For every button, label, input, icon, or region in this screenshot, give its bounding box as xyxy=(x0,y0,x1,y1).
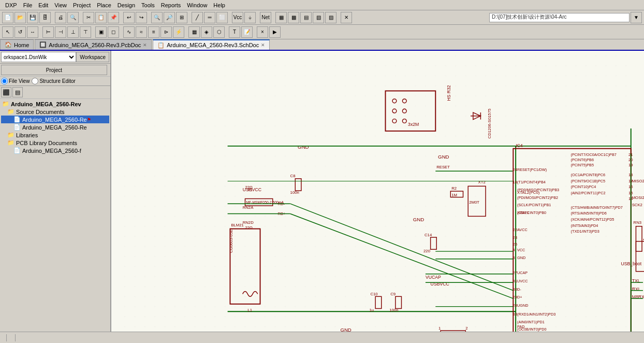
tb2-text[interactable]: T xyxy=(229,26,240,38)
tb2-align1[interactable]: ⊢ xyxy=(42,26,54,38)
tb2-arrow[interactable]: ↖ xyxy=(2,26,13,38)
svg-text:BLM21: BLM21 xyxy=(231,223,244,227)
tb-save[interactable]: 💾 xyxy=(27,12,38,23)
tb2-place-net[interactable]: ≡ xyxy=(148,26,159,38)
tb-save-all[interactable]: 🗄 xyxy=(39,12,51,23)
tree-schdoc2[interactable]: 📄 Arduino_MEGA_2560-Re xyxy=(1,123,109,131)
tb2-sel1[interactable]: ▣ xyxy=(95,26,107,38)
svg-text:R2: R2 xyxy=(451,186,457,191)
tb2-flip[interactable]: ↔ xyxy=(27,26,38,38)
svg-text:18: 18 xyxy=(513,180,517,184)
tree-schdoc1[interactable]: 📄 Arduino_MEGA_2560-Re ⚑ xyxy=(1,116,109,123)
svg-text:L1: L1 xyxy=(247,308,252,312)
svg-text:25: 25 xyxy=(513,242,517,247)
tab-home[interactable]: 🏠 Home xyxy=(0,39,34,50)
svg-text:CG0603-05E: CG0603-05E xyxy=(229,230,233,253)
menu-edit[interactable]: Edit xyxy=(35,1,51,9)
status-sep1 xyxy=(6,334,7,341)
svg-text:GND: GND xyxy=(413,217,424,222)
tb2-comp3[interactable]: ⬡ xyxy=(213,26,225,38)
structure-editor-radio[interactable] xyxy=(32,78,38,84)
tab-schdoc[interactable]: 📋 Arduino_MEGA_2560-Rev3.SchDoc ✕ xyxy=(153,39,270,50)
tree-root[interactable]: 📁 Arduino_MEGA_2560-Rev xyxy=(1,100,109,108)
tree-root-icon: 📁 xyxy=(2,101,9,107)
tb2-align2[interactable]: ⊣ xyxy=(55,26,66,38)
tb2-place-pwr[interactable]: ⚡ xyxy=(173,26,184,38)
svg-text:100n: 100n xyxy=(389,308,398,312)
tb-cut[interactable]: ✂ xyxy=(83,12,94,23)
tb2-place-bus[interactable]: ≈ xyxy=(136,26,147,38)
tb2-align4[interactable]: ⊤ xyxy=(80,26,91,38)
tb-x1[interactable]: ✕ xyxy=(341,12,352,23)
file-view-label[interactable]: File View xyxy=(1,78,30,84)
svg-text:(PCINT6)PB6: (PCINT6)PB6 xyxy=(571,158,594,162)
tree-schdoc1-icon: 📄 xyxy=(13,116,21,123)
tb-bus[interactable]: ═ xyxy=(204,12,215,23)
workspace-dropdown[interactable]: orkspace1.DsnWik xyxy=(1,52,76,62)
tree-schdoc1-flag: ⚑ xyxy=(87,117,91,122)
tb-preview[interactable]: 🔍 xyxy=(67,12,79,23)
tree-pcblib-file[interactable]: 📄 Arduino_MEGA_2560-f xyxy=(1,147,109,154)
tb2-run[interactable]: ▶ xyxy=(269,26,281,38)
tb-zoom-in[interactable]: 🔍 xyxy=(151,12,163,23)
svg-text:33: 33 xyxy=(513,312,517,317)
tb-redo[interactable]: ↪ xyxy=(136,12,147,23)
tb-zoom-out[interactable]: 🔎 xyxy=(164,12,175,23)
file-view-radio[interactable] xyxy=(1,78,8,84)
tab-pcbdoc-close[interactable]: ✕ xyxy=(143,42,147,48)
tb-new[interactable]: 📄 xyxy=(2,12,13,23)
tree-pcblib-label: PCB Library Documents xyxy=(16,140,77,146)
tree-libraries[interactable]: 📁 Libraries xyxy=(1,131,109,139)
tree-pcblib-file-label: Arduino_MEGA_2560-f xyxy=(22,148,81,154)
tb2-note[interactable]: 📝 xyxy=(241,26,253,38)
menu-project[interactable]: Project xyxy=(70,1,94,9)
tab-schdoc-label: Arduino_MEGA_2560-Rev3.SchDoc xyxy=(167,42,259,48)
menu-tools[interactable]: Tools xyxy=(138,1,158,9)
tab-schdoc-close[interactable]: ✕ xyxy=(261,42,265,48)
tb-vcc[interactable]: Vcc xyxy=(232,12,243,23)
tb-comp[interactable]: ⬜ xyxy=(216,12,228,23)
project-button[interactable]: Project xyxy=(1,65,107,75)
tb-r2[interactable]: ▩ xyxy=(288,12,299,23)
tb-r4[interactable]: ▧ xyxy=(313,12,324,23)
tree-pcblib-file-icon: 📄 xyxy=(13,147,21,154)
tb2-place-wire[interactable]: ∿ xyxy=(123,26,135,38)
tb2-align3[interactable]: ⊥ xyxy=(67,26,79,38)
tb-zoom-fit[interactable]: ⊞ xyxy=(176,12,187,23)
menu-reports[interactable]: Reports xyxy=(158,1,184,9)
svg-text:(RXD1/AIN1/INT2)PD3: (RXD1/AIN1/INT2)PD3 xyxy=(517,312,555,317)
tb-netlist[interactable]: Net xyxy=(260,12,271,23)
tb2-comp2[interactable]: ◈ xyxy=(201,26,212,38)
tb2-sel2[interactable]: ◻ xyxy=(108,26,119,38)
menu-view[interactable]: View xyxy=(51,1,70,9)
tb-paste[interactable]: 📌 xyxy=(108,12,119,23)
tab-pcbdoc[interactable]: 🔲 Arduino_MEGA_2560-Rev3.PcbDoc ✕ xyxy=(35,39,152,50)
tb-undo[interactable]: ↩ xyxy=(123,12,135,23)
tree-pcblib-docs[interactable]: 📁 PCB Library Documents xyxy=(1,139,109,147)
menu-place[interactable]: Place xyxy=(94,1,114,9)
tb-browse[interactable]: ▼ xyxy=(631,12,642,23)
tb-open[interactable]: 📂 xyxy=(14,12,26,23)
schematic-area[interactable]: GND GND GND GND GND GND USBVCC USBVCC VU… xyxy=(111,51,644,332)
tree-source-docs[interactable]: 📁 Source Documents xyxy=(1,108,109,116)
tb-copy[interactable]: 📋 xyxy=(95,12,107,23)
tb2-place-port[interactable]: ⊳ xyxy=(160,26,172,38)
tb2-x1[interactable]: × xyxy=(257,26,268,38)
tb-r3[interactable]: ▤ xyxy=(300,12,312,23)
structure-editor-label[interactable]: Structure Editor xyxy=(32,78,75,84)
tb-r5[interactable]: ▨ xyxy=(325,12,336,23)
tb2-comp1[interactable]: ▦ xyxy=(188,26,200,38)
menu-help[interactable]: Help xyxy=(210,1,228,9)
tb-gnd[interactable]: ⏚ xyxy=(244,12,256,23)
tb-r1[interactable]: ▦ xyxy=(275,12,287,23)
menu-design[interactable]: Design xyxy=(114,1,138,9)
menu-window[interactable]: Window xyxy=(184,1,210,9)
menu-dxp[interactable]: DXP xyxy=(2,1,20,9)
tb-print[interactable]: 🖨 xyxy=(55,12,66,23)
tree-btn-1[interactable]: ⬛ xyxy=(1,87,11,97)
workspace-button[interactable]: Workspace xyxy=(76,52,109,62)
tb-wire[interactable]: ╱ xyxy=(192,12,203,23)
tb2-rotate[interactable]: ↺ xyxy=(14,26,26,38)
menu-file[interactable]: File xyxy=(20,1,36,9)
tree-btn-2[interactable]: ▤ xyxy=(12,87,23,97)
